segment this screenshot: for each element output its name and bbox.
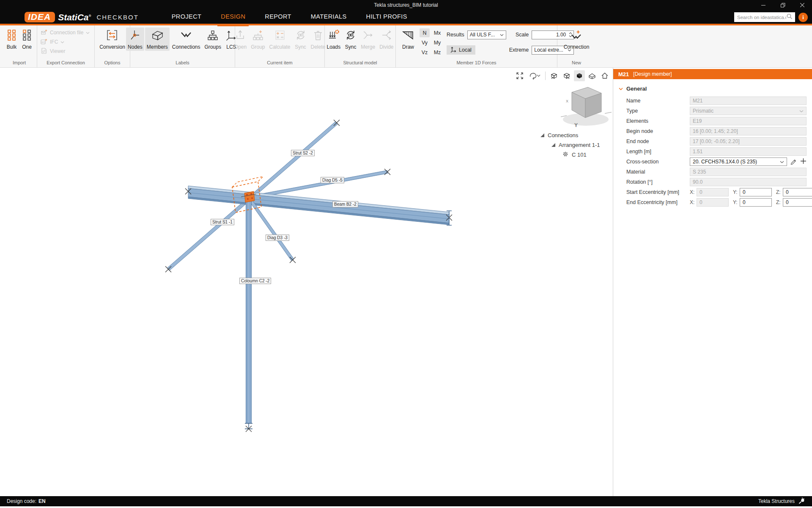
group-label-labels: Labels [130,59,235,67]
nodes-toggle[interactable]: Nodes [126,28,144,51]
nodes-icon [129,29,140,43]
tab-hilti-profis[interactable]: HILTI PROFIS [366,9,407,25]
svg-text:IFC: IFC [41,41,45,43]
structural-model-canvas[interactable]: X Y [0,68,613,496]
local-toggle[interactable]: Local [447,45,475,55]
title-bar: Tekla structures_BIM tutorial [0,0,812,10]
members-toggle[interactable]: Members [145,28,170,51]
properties-panel: M21 [Design member] General Name M21 Typ… [613,68,812,496]
conversion-button[interactable]: Conversion [98,28,127,51]
toggle-Mx[interactable]: Mx [431,28,443,37]
checkbot-window: Tekla structures_BIM tutorial IDEA Stati… [0,0,812,508]
merge-icon [362,29,374,43]
field-cross-section: Cross-section 20. CFCHS76.1X4.0 (S 235) [613,157,812,167]
ribbon-group-structural-model: Loads Sync Merge Divide Structural model [325,25,396,67]
group-label-structural-model: Structural model [325,59,395,67]
bim-link: Tekla Structures [758,497,805,505]
one-button[interactable]: One [20,28,34,51]
groups-toggle[interactable]: Groups [203,28,223,51]
field-begin-node: Begin node 16 [0.00; 1.45; 2.20] [613,126,812,136]
start-ecc-z-input[interactable]: 0 [783,188,812,196]
zoom-fit-icon[interactable] [514,70,525,81]
axonometry-view-icon[interactable] [549,70,560,81]
design-code: Design code:EN [7,498,46,504]
bulk-button[interactable]: Bulk [5,28,19,51]
search-icon [786,13,793,21]
viewer-button[interactable]: Viewer [41,47,90,55]
section-clip-icon[interactable] [587,70,598,81]
tab-report[interactable]: REPORT [265,9,291,25]
tab-materials[interactable]: MATERIALS [311,9,347,25]
start-ecc-y-input[interactable]: 0 [740,188,772,196]
calculate-icon [274,29,286,43]
draw-icon [402,30,414,43]
delete-button: Delete [309,28,327,51]
restore-button[interactable] [773,0,793,10]
tree-item-c101[interactable]: C 101 [540,150,600,160]
viewport-3d[interactable]: X Y Connections [0,68,613,496]
tree-item-arrangement[interactable]: Arrangement 1-1 [540,140,600,150]
member-name: M21 [618,71,629,77]
connections-toggle[interactable]: Connections [170,28,202,51]
ifc-export-button[interactable]: IFC IFC [41,38,90,46]
section-general[interactable]: General [619,86,812,92]
connection-file-button[interactable]: Connection file [41,28,90,37]
logo-product: CHECKBOT [96,14,138,21]
conversion-icon [106,29,118,43]
expander-icon[interactable] [551,142,555,148]
tab-project[interactable]: PROJECT [172,9,201,25]
tab-design[interactable]: DESIGN [221,9,245,25]
rotate-view-icon[interactable] [527,70,542,81]
tree-item-connections[interactable]: Connections [540,130,600,140]
member-label-diag-d3: Diag D3 -3 [266,235,289,241]
search-input[interactable] [737,15,786,20]
status-bar: Design code:EN Tekla Structures [0,496,812,506]
cross-section-select[interactable]: 20. CFCHS76.1X4.0 (S 235) [690,157,787,166]
end-ecc-x-input: 0 [697,198,729,207]
connections-icon [180,29,192,43]
member-label-strut-s2: Strut S2 -2 [291,150,315,156]
toggle-Vy[interactable]: Vy [420,38,430,47]
end-ecc-y-input[interactable]: 0 [740,198,772,207]
field-end-eccentricity: End Eccentricity [mm] X: 0 Y: 0 Z: 0 [613,197,812,207]
extreme-label: Extreme [509,47,529,53]
group-button: Group [249,28,266,51]
info-button[interactable]: i [798,13,808,22]
toggle-My[interactable]: My [431,38,443,47]
member-header: M21 [Design member] [613,69,812,79]
logo-statica: StatiCa® [58,13,91,22]
groups-icon [207,29,219,43]
ribbon-group-labels: Nodes Members Connections Groups LCS [130,25,235,67]
edit-cross-section-icon[interactable] [790,157,797,166]
search-box[interactable] [734,12,795,22]
app-header: IDEA StatiCa® CHECKBOT PROJECT DESIGN RE… [0,10,812,25]
connection-file-icon [41,29,47,36]
draw-forces-button[interactable]: Draw [400,28,416,57]
close-button[interactable] [793,0,812,10]
toggle-N[interactable]: N [420,28,430,37]
group-label-new: New [557,59,595,67]
minimize-button[interactable] [754,0,773,10]
end-ecc-z-input[interactable]: 0 [783,198,812,207]
expander-icon[interactable] [540,132,544,138]
toggle-Mz[interactable]: Mz [431,48,443,57]
sync-model-button[interactable]: Sync [343,28,358,51]
loads-button[interactable]: Loads [325,28,342,51]
member-type-tag: [Design member] [633,71,672,77]
rotation-input: 90.0 [690,178,807,186]
svg-text:Y: Y [574,122,578,128]
home-view-icon[interactable] [599,70,610,81]
perspective-view-icon[interactable] [561,70,572,81]
chevron-down-icon [500,32,504,38]
window-title: Tekla structures_BIM tutorial [0,0,812,10]
divide-button: Divide [378,28,395,51]
solid-view-icon[interactable] [574,70,585,81]
chevron-down-icon [619,86,623,92]
results-dropdown[interactable]: All ULS F... [467,30,506,39]
add-cross-section-icon[interactable] [800,158,807,166]
design-code-value: EN [38,498,46,504]
field-length: Length [m] 1.51 [613,146,812,157]
toggle-Vz[interactable]: Vz [420,48,430,57]
open-button: Open [233,28,248,51]
new-connection-button[interactable]: Connection [562,28,591,51]
